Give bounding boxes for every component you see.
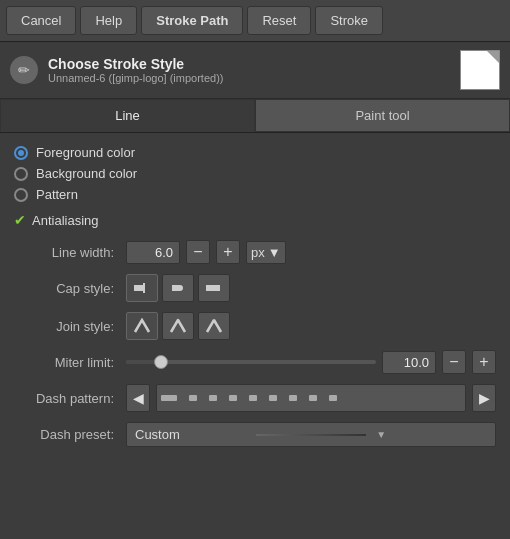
antialiasing-label: Antialiasing [32, 213, 99, 228]
svg-rect-0 [134, 285, 144, 291]
join-style-group [126, 312, 230, 340]
cap-style-row: Cap style: [14, 274, 496, 302]
foreground-label: Foreground color [36, 145, 135, 160]
dialog-title: Choose Stroke Style [48, 56, 450, 72]
dash-preset-dropdown[interactable]: Custom ▼ [126, 422, 496, 447]
line-options-panel: Foreground color Background color Patter… [0, 133, 510, 469]
cap-square-button[interactable] [198, 274, 230, 302]
pattern-option[interactable]: Pattern [14, 187, 496, 202]
join-round-button[interactable] [162, 312, 194, 340]
background-label: Background color [36, 166, 137, 181]
join-miter-icon [133, 318, 151, 334]
join-bevel-button[interactable] [198, 312, 230, 340]
dialog-subtitle: Unnamed-6 ([gimp-logo] (imported)) [48, 72, 450, 84]
line-width-increase-button[interactable]: + [216, 240, 240, 264]
cap-style-label: Cap style: [14, 281, 114, 296]
unit-dropdown[interactable]: px ▼ [246, 241, 286, 264]
dash-preset-row: Dash preset: Custom ▼ [14, 422, 496, 447]
dash-pattern-prev-button[interactable]: ◀ [126, 384, 150, 412]
join-style-row: Join style: [14, 312, 496, 340]
cap-round-button[interactable] [162, 274, 194, 302]
slider-thumb[interactable] [154, 355, 168, 369]
pattern-radio[interactable] [14, 188, 28, 202]
background-radio[interactable] [14, 167, 28, 181]
line-width-input[interactable] [126, 241, 180, 264]
line-width-row: Line width: − + px ▼ [14, 240, 496, 264]
dropdown-arrow-icon: ▼ [376, 429, 487, 440]
background-color-option[interactable]: Background color [14, 166, 496, 181]
toolbar: Cancel Help Stroke Path Reset Stroke [0, 0, 510, 42]
cap-butt-button[interactable] [126, 274, 158, 302]
header-icon: ✏ [10, 56, 38, 84]
join-round-icon [169, 318, 187, 334]
preview-thumbnail [460, 50, 500, 90]
antialiasing-checkmark: ✔ [14, 212, 26, 228]
dash-pattern-display [156, 384, 466, 412]
slider-track [126, 360, 376, 364]
cap-butt-icon [133, 280, 151, 296]
miter-limit-input[interactable] [382, 351, 436, 374]
dropdown-separator [256, 434, 367, 436]
pattern-label: Pattern [36, 187, 78, 202]
join-bevel-icon [205, 318, 223, 334]
tab-bar: Line Paint tool [0, 99, 510, 133]
miter-limit-slider[interactable] [126, 352, 376, 372]
color-options-group: Foreground color Background color Patter… [14, 145, 496, 202]
tab-paint-tool[interactable]: Paint tool [255, 99, 510, 132]
cap-square-icon [205, 280, 223, 296]
tab-line[interactable]: Line [0, 99, 255, 132]
line-width-label: Line width: [14, 245, 114, 260]
cap-style-group [126, 274, 230, 302]
miter-limit-decrease-button[interactable]: − [442, 350, 466, 374]
dash-pattern-row: Dash pattern: ◀ [14, 384, 496, 412]
reset-button[interactable]: Reset [247, 6, 311, 35]
miter-limit-row: Miter limit: − + [14, 350, 496, 374]
join-miter-button[interactable] [126, 312, 158, 340]
foreground-radio[interactable] [14, 146, 28, 160]
unit-arrow-icon: ▼ [268, 245, 281, 260]
dialog-header: ✏ Choose Stroke Style Unnamed-6 ([gimp-l… [0, 42, 510, 99]
cap-round-icon [169, 280, 187, 296]
dash-preset-label: Dash preset: [14, 427, 114, 442]
line-width-decrease-button[interactable]: − [186, 240, 210, 264]
foreground-color-option[interactable]: Foreground color [14, 145, 496, 160]
unit-value: px [251, 245, 265, 260]
cancel-button[interactable]: Cancel [6, 6, 76, 35]
stroke-path-button[interactable]: Stroke Path [141, 6, 243, 35]
antialiasing-row[interactable]: ✔ Antialiasing [14, 212, 496, 228]
miter-limit-increase-button[interactable]: + [472, 350, 496, 374]
dash-pattern-next-button[interactable]: ▶ [472, 384, 496, 412]
svg-rect-4 [206, 285, 220, 291]
header-text: Choose Stroke Style Unnamed-6 ([gimp-log… [48, 56, 450, 84]
help-button[interactable]: Help [80, 6, 137, 35]
join-style-label: Join style: [14, 319, 114, 334]
dash-pattern-label: Dash pattern: [14, 391, 114, 406]
dash-preset-value: Custom [135, 427, 246, 442]
stroke-button[interactable]: Stroke [315, 6, 383, 35]
svg-point-3 [177, 285, 183, 291]
miter-limit-label: Miter limit: [14, 355, 114, 370]
